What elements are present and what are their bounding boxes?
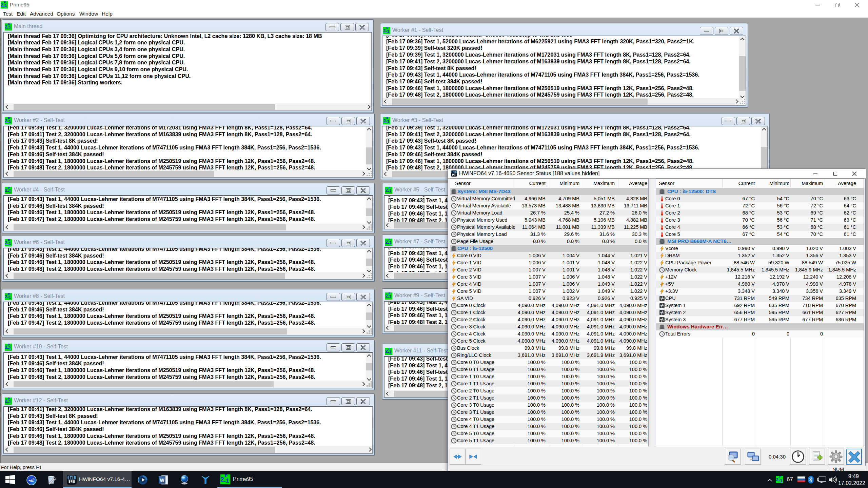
svg-text:W: W — [160, 477, 164, 483]
